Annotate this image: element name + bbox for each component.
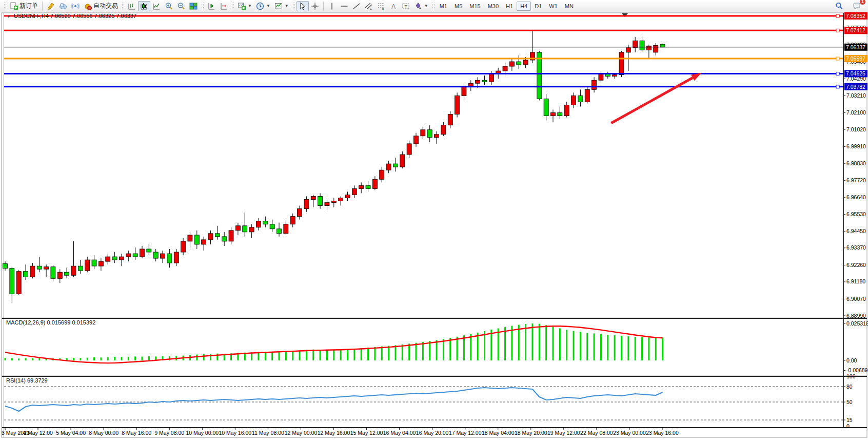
candle-down: [640, 41, 644, 50]
line-handle[interactable]: [836, 29, 839, 32]
symbol-timeframe-label: USDCNH-,H4: [14, 13, 49, 19]
candle-down: [366, 185, 370, 188]
zoom-in-button[interactable]: [163, 1, 175, 11]
chart-shift-button[interactable]: [218, 1, 230, 11]
fibonacci-button[interactable]: F: [375, 1, 387, 11]
candle-down: [167, 254, 172, 263]
horizontal-line-button[interactable]: [338, 1, 350, 11]
candle-up: [44, 267, 49, 270]
timeframe-d1-button[interactable]: D1: [531, 2, 545, 11]
candle-up: [229, 231, 233, 241]
candle-down: [318, 196, 323, 205]
price-tick-label: 7.03210: [846, 92, 866, 99]
candle-up: [188, 235, 192, 241]
price-tick-label: 6.95530: [846, 211, 866, 217]
tile-windows-button[interactable]: [187, 1, 200, 11]
timeframe-m15-button[interactable]: M15: [466, 2, 484, 11]
zoom-out-button[interactable]: [175, 1, 187, 11]
svg-text:E: E: [370, 7, 372, 10]
vertical-line-button[interactable]: [326, 1, 338, 11]
rsi-indicator-label: RSI(14) 69.3729: [6, 377, 48, 384]
autotrading-button[interactable]: 自动交易: [82, 1, 120, 11]
trendline-button[interactable]: [350, 1, 363, 11]
line-handle[interactable]: [836, 57, 839, 60]
arrows-dropdown[interactable]: ▼: [412, 1, 430, 11]
time-tick-label: 19 May 12:00: [547, 430, 580, 436]
candle-up: [174, 252, 179, 263]
candle-up: [304, 199, 309, 208]
auto-scroll-button[interactable]: [205, 1, 218, 11]
line-chart-button[interactable]: [150, 1, 163, 11]
timeframe-mn-button[interactable]: MN: [561, 2, 577, 11]
toolbar-grip[interactable]: [292, 2, 295, 10]
toolbar-grip[interactable]: [122, 2, 124, 10]
trendline-icon: [352, 2, 361, 10]
candle-up: [249, 227, 254, 232]
periods-dropdown[interactable]: ▼: [254, 1, 272, 11]
time-tick-label: 15 May 12:00: [350, 430, 383, 436]
timeframe-m5-button[interactable]: M5: [451, 2, 466, 11]
line-handle[interactable]: [836, 14, 839, 17]
line-handle[interactable]: [836, 72, 839, 75]
bar-chart-button[interactable]: [126, 1, 138, 11]
horizontal-line-icon: [340, 2, 348, 10]
timeframe-h1-button[interactable]: H1: [502, 2, 517, 11]
candle-up: [441, 125, 446, 135]
candle-up: [30, 266, 35, 277]
time-tick-label: 18 May 20:00: [515, 430, 547, 436]
new-chart-dropdown[interactable]: ▼: [235, 1, 254, 11]
cursor-button[interactable]: [297, 1, 309, 11]
chart-canvas[interactable]: 7.075687.064807.054007.042907.032107.021…: [0, 0, 868, 440]
line-chart-icon: [152, 2, 161, 10]
chevron-down-icon: ▼: [266, 4, 270, 8]
styler-button[interactable]: [45, 1, 57, 11]
toolbar-grip[interactable]: [4, 2, 6, 10]
toolbar-grip[interactable]: [432, 2, 435, 10]
crosshair-button[interactable]: [309, 1, 321, 11]
chevron-down-icon: ▼: [285, 4, 289, 8]
time-tick-label: 9 May 08:00: [154, 430, 184, 436]
candle-up: [476, 80, 480, 83]
timeframe-w1-button[interactable]: W1: [545, 2, 561, 11]
candlestick-button[interactable]: [138, 1, 150, 11]
candle-down: [147, 249, 151, 252]
price-badge-label: 7.04625: [846, 70, 865, 76]
label-button[interactable]: T: [400, 1, 412, 11]
notifications-button[interactable]: 1: [851, 1, 863, 11]
candle-up: [284, 224, 288, 234]
timeframe-m1-button[interactable]: M1: [436, 2, 451, 11]
indicators-dropdown[interactable]: ▼: [272, 1, 291, 11]
candle-up: [564, 105, 569, 116]
main-toolbar: 新订单 自动交易: [0, 0, 868, 12]
candle-down: [3, 264, 8, 269]
search-icon: [835, 2, 843, 10]
signals-button[interactable]: [69, 1, 82, 11]
candle-up: [599, 74, 603, 80]
candle-down: [270, 224, 274, 229]
toolbar-grip[interactable]: [231, 2, 234, 10]
timeframe-m30-button[interactable]: M30: [484, 2, 502, 11]
metaeditor-icon: [59, 2, 67, 10]
signals-icon: [71, 2, 80, 10]
toolbar-grip[interactable]: [201, 2, 204, 10]
time-tick-label: 12 May 16:00: [318, 430, 350, 436]
vertical-line-icon: [328, 2, 336, 10]
candle-up: [448, 114, 452, 125]
metaeditor-button[interactable]: [57, 1, 69, 11]
channel-button[interactable]: E: [363, 1, 375, 11]
candle-up: [311, 196, 315, 199]
search-button[interactable]: [833, 1, 845, 11]
text-button[interactable]: A: [387, 1, 400, 11]
new-order-button[interactable]: 新订单: [8, 1, 40, 11]
candle-up: [372, 179, 377, 188]
price-tick-label: 6.99910: [846, 143, 866, 149]
text-icon: A: [389, 2, 398, 10]
line-handle[interactable]: [836, 85, 839, 88]
price-tick-label: 6.88990: [846, 313, 866, 319]
timeframe-h4-button[interactable]: H4: [517, 2, 531, 11]
auto-scroll-icon: [207, 2, 215, 10]
trend-arrow-shaft[interactable]: [611, 78, 693, 123]
rsi-name: RSI(14): [6, 377, 26, 384]
label-icon: T: [402, 2, 410, 10]
macd-values: 0.015699 0.015392: [47, 319, 95, 326]
